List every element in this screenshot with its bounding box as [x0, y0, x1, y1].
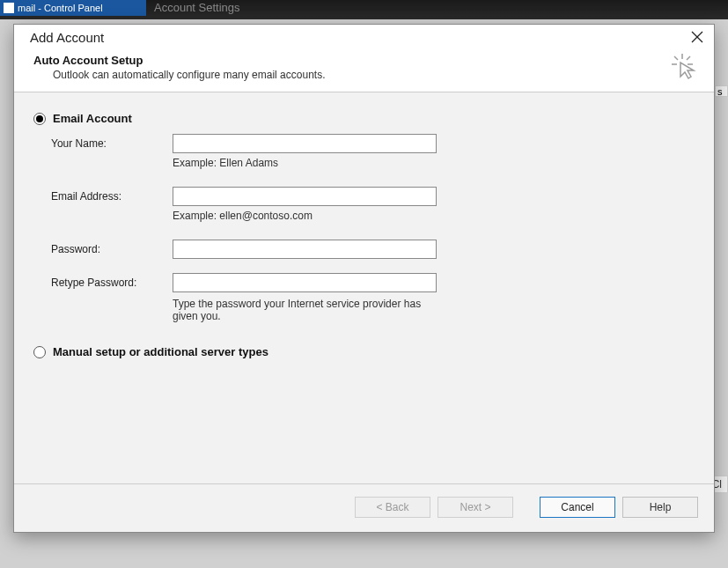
- close-icon: [691, 31, 703, 43]
- parent-window-title: mail - Control Panel: [18, 3, 103, 13]
- radio-email-account-row: Email Account: [33, 112, 695, 125]
- your-name-label: Your Name:: [51, 137, 165, 150]
- header-subtitle: Outlook can automatically configure many…: [53, 69, 696, 81]
- radio-email-account[interactable]: [33, 113, 46, 125]
- your-name-hint: Example: Ellen Adams: [173, 157, 437, 169]
- svg-line-6: [687, 56, 690, 60]
- dialog-titlebar: Add Account: [14, 25, 714, 47]
- cursor-click-icon: [670, 52, 698, 80]
- dialog-footer: < Back Next > Cancel Help: [14, 484, 714, 532]
- account-form: Your Name: Example: Ellen Adams Email Ad…: [51, 134, 695, 322]
- password-input[interactable]: [173, 240, 437, 259]
- password-hint: Type the password your Internet service …: [173, 298, 437, 322]
- help-button[interactable]: Help: [622, 497, 698, 518]
- retype-password-input[interactable]: [173, 273, 437, 292]
- cancel-button[interactable]: Cancel: [540, 497, 615, 518]
- parent-window-titlebar: mail - Control Panel: [0, 0, 146, 16]
- add-account-dialog: Add Account Auto Account Setup Outlook c…: [13, 24, 715, 533]
- your-name-input[interactable]: [173, 134, 437, 153]
- back-button[interactable]: < Back: [355, 497, 430, 518]
- dialog-title: Add Account: [30, 30, 104, 45]
- radio-manual-setup-row: Manual setup or additional server types: [33, 345, 695, 358]
- background-tab-label: Account Settings: [154, 0, 240, 14]
- svg-line-5: [674, 56, 678, 60]
- email-input[interactable]: [173, 187, 437, 206]
- header-title: Auto Account Setup: [33, 54, 696, 67]
- control-panel-icon: [4, 3, 14, 13]
- retype-password-label: Retype Password:: [51, 277, 165, 289]
- radio-email-account-label[interactable]: Email Account: [53, 112, 132, 125]
- radio-manual-setup[interactable]: [33, 346, 46, 358]
- next-button[interactable]: Next >: [438, 497, 513, 518]
- dialog-content: Email Account Your Name: Example: Ellen …: [14, 92, 714, 484]
- dialog-header: Auto Account Setup Outlook can automatic…: [14, 47, 714, 92]
- background-truncated-button-top: s: [715, 85, 728, 97]
- email-label: Email Address:: [51, 190, 165, 203]
- close-button[interactable]: [689, 29, 705, 45]
- email-hint: Example: ellen@contoso.com: [173, 210, 437, 222]
- password-label: Password:: [51, 243, 165, 255]
- radio-manual-setup-label[interactable]: Manual setup or additional server types: [53, 345, 268, 358]
